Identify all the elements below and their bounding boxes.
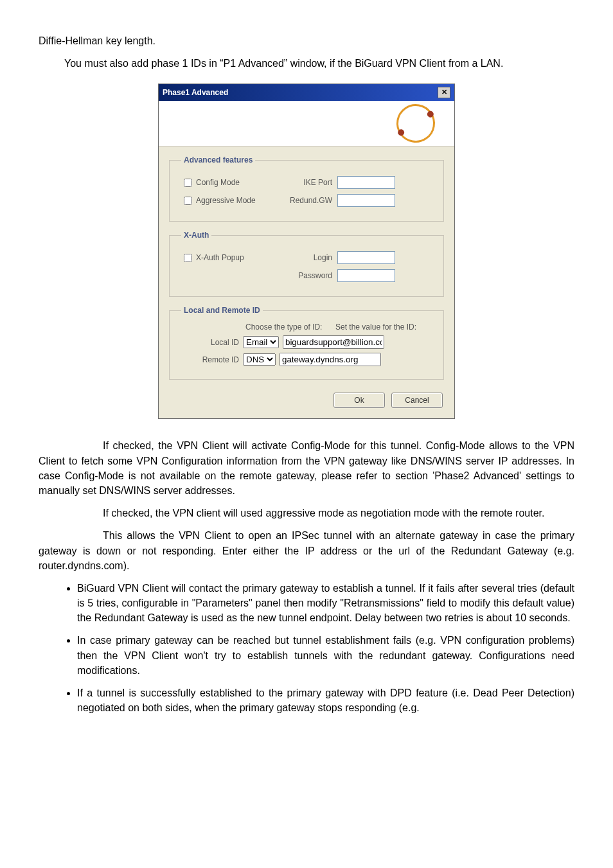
password-label: Password — [284, 271, 332, 280]
close-icon[interactable]: ✕ — [438, 87, 450, 98]
list-item: BiGuard VPN Client will contact the prim… — [77, 581, 574, 626]
cancel-button[interactable]: Cancel — [391, 393, 443, 408]
dialog-button-row: Ok Cancel — [159, 384, 454, 418]
glossary-config-mode: If checked, the VPN Client will activate… — [39, 438, 574, 498]
login-input[interactable] — [337, 251, 395, 264]
xauth-legend: X-Auth — [181, 231, 211, 240]
config-mode-checkbox[interactable]: Config Mode — [181, 177, 284, 189]
phase1-advanced-dialog: Phase1 Advanced ✕ Advanced features Conf… — [158, 84, 455, 419]
advanced-legend: Advanced features — [181, 155, 255, 164]
login-label: Login — [284, 253, 332, 262]
xauth-group: X-Auth X-Auth Popup Login x Password — [169, 231, 444, 297]
local-id-label: Local ID — [181, 338, 239, 347]
local-remote-id-group: Local and Remote ID Choose the type of I… — [169, 306, 444, 380]
password-input[interactable] — [337, 269, 395, 282]
remote-id-label: Remote ID — [181, 355, 239, 364]
logo-icon — [393, 102, 438, 146]
config-mode-input[interactable] — [184, 179, 192, 187]
aggressive-mode-label: Aggressive Mode — [196, 196, 256, 205]
intro-line2: You must also add phase 1 IDs in “P1 Adv… — [39, 56, 574, 71]
dialog-container: Phase1 Advanced ✕ Advanced features Conf… — [39, 84, 574, 419]
config-mode-label: Config Mode — [196, 178, 240, 187]
ok-button[interactable]: Ok — [333, 393, 385, 408]
dialog-title: Phase1 Advanced — [163, 88, 228, 97]
dialog-titlebar[interactable]: Phase1 Advanced ✕ — [159, 84, 454, 101]
redund-gw-label: Redund.GW — [284, 196, 332, 205]
remote-id-type-select[interactable]: DNS — [243, 353, 276, 366]
remote-id-value-input[interactable] — [280, 353, 381, 366]
advanced-features-group: Advanced features Config Mode IKE Port A… — [169, 155, 444, 222]
glossary-aggressive: If checked, the VPN client will used agg… — [39, 506, 574, 520]
local-id-type-select[interactable]: Email — [243, 336, 279, 348]
list-item: If a tunnel is successfully established … — [77, 686, 574, 715]
intro-line1: Diffie-Hellman key length. — [39, 33, 574, 48]
local-id-value-input[interactable] — [283, 335, 384, 349]
list-item: In case primary gateway can be reached b… — [77, 633, 574, 678]
ids-legend: Local and Remote ID — [181, 306, 263, 315]
aggressive-mode-checkbox[interactable]: Aggressive Mode — [181, 195, 284, 207]
xauth-popup-label: X-Auth Popup — [196, 253, 244, 262]
ike-port-label: IKE Port — [284, 178, 332, 187]
xauth-popup-input[interactable] — [184, 254, 192, 262]
glossary-redund: This allows the VPN Client to open an IP… — [39, 528, 574, 573]
choose-type-header: Choose the type of ID: — [245, 323, 329, 332]
ike-port-input[interactable] — [337, 176, 395, 189]
xauth-popup-checkbox[interactable]: X-Auth Popup — [181, 252, 284, 264]
aggressive-mode-input[interactable] — [184, 197, 192, 205]
dialog-logo-row — [159, 101, 454, 146]
redund-gw-input[interactable] — [337, 194, 395, 207]
bullet-list: BiGuard VPN Client will contact the prim… — [39, 581, 574, 716]
set-value-header: Set the value for the ID: — [335, 323, 416, 332]
